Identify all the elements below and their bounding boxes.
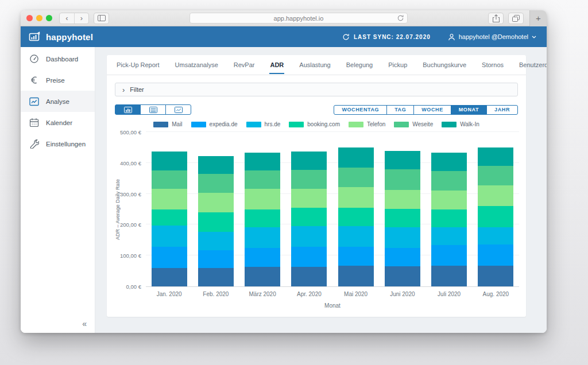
bar-segment-booking-com[interactable]	[338, 208, 374, 226]
bar-segment-weseite[interactable]	[245, 170, 280, 189]
bar-segment-mail[interactable]	[291, 267, 327, 286]
bar-segment-telefon[interactable]	[198, 193, 234, 212]
bar-segment-expedia-de[interactable]	[152, 247, 187, 267]
bar-segment-mail[interactable]	[431, 266, 467, 286]
filter-bar[interactable]: › Filter	[115, 83, 518, 96]
forward-button[interactable]: ›	[74, 13, 88, 24]
tab-buchungskurve[interactable]: Buchungskurve	[422, 56, 467, 74]
sidebar-item-einstellungen[interactable]: Einstellungen	[21, 133, 95, 154]
reload-icon[interactable]	[397, 14, 404, 22]
bar-segment-mail[interactable]	[245, 267, 280, 286]
sidebar-item-dashboard[interactable]: Dashboard	[21, 48, 95, 69]
sidebar-item-analyse[interactable]: Analyse	[21, 91, 95, 112]
sidebar-item-kalender[interactable]: Kalender	[21, 112, 95, 133]
stacked-bar-mai-2020[interactable]	[338, 147, 374, 286]
bar-segment-hrs-de[interactable]	[385, 227, 420, 248]
stacked-bar-aug-2020[interactable]	[478, 147, 513, 286]
bar-segment-weseite[interactable]	[291, 170, 327, 189]
range-button-tag[interactable]: TAG	[386, 105, 414, 115]
tab-auslastung[interactable]: Auslastung	[299, 56, 331, 74]
range-button-wochentag[interactable]: WOCHENTAG	[334, 105, 387, 115]
bar-segment-expedia-de[interactable]	[245, 248, 280, 267]
range-button-woche[interactable]: WOCHE	[413, 105, 451, 115]
bar-segment-booking-com[interactable]	[431, 209, 467, 227]
tab-revpar[interactable]: RevPar	[233, 56, 256, 74]
bar-segment-hrs-de[interactable]	[198, 232, 234, 250]
bar-segment-expedia-de[interactable]	[338, 247, 374, 265]
bar-segment-weseite[interactable]	[338, 168, 374, 187]
bar-segment-weseite[interactable]	[385, 169, 420, 190]
bar-segment-mail[interactable]	[478, 266, 513, 286]
stacked-bar-juni-2020[interactable]	[385, 151, 420, 286]
bar-segment-weseite[interactable]	[431, 171, 467, 191]
bar-segment-mail[interactable]	[338, 266, 374, 286]
sidebar-item-preise[interactable]: Preise	[21, 69, 95, 91]
chart-type-button-line-chart[interactable]	[165, 104, 191, 115]
bar-segment-walk-in[interactable]	[385, 151, 420, 169]
close-window-icon[interactable]	[26, 15, 33, 21]
bar-segment-expedia-de[interactable]	[198, 250, 234, 268]
minimize-window-icon[interactable]	[36, 15, 42, 21]
tab-pick-up-report[interactable]: Pick-Up Report	[116, 56, 160, 74]
bar-segment-walk-in[interactable]	[291, 152, 327, 170]
bar-segment-expedia-de[interactable]	[478, 244, 513, 266]
bar-segment-hrs-de[interactable]	[478, 227, 513, 244]
tab-umsatzanalyse[interactable]: Umsatzanalyse	[175, 56, 219, 74]
new-tab-button[interactable]: +	[529, 10, 547, 26]
bar-segment-hrs-de[interactable]	[245, 227, 280, 248]
bar-segment-mail[interactable]	[385, 266, 420, 286]
bar-segment-booking-com[interactable]	[198, 212, 234, 232]
bar-segment-walk-in[interactable]	[338, 147, 374, 168]
bar-segment-telefon[interactable]	[338, 187, 374, 208]
bar-segment-hrs-de[interactable]	[338, 226, 374, 247]
tab-stornos[interactable]: Stornos	[481, 56, 504, 74]
chart-type-button-bar-chart[interactable]	[115, 104, 141, 115]
bar-segment-walk-in[interactable]	[478, 147, 513, 166]
bar-segment-hrs-de[interactable]	[291, 226, 327, 247]
stacked-bar-juli-2020[interactable]	[431, 153, 467, 286]
account-menu[interactable]: happyhotel @Demohotel	[448, 33, 536, 41]
bar-segment-walk-in[interactable]	[431, 153, 467, 171]
tab-overview-icon[interactable]	[509, 13, 523, 24]
sidebar-toggle-icon[interactable]	[94, 13, 109, 24]
stacked-bar-jan-2020[interactable]	[152, 152, 187, 286]
bar-segment-expedia-de[interactable]	[431, 245, 467, 266]
bar-segment-booking-com[interactable]	[385, 209, 420, 227]
tab-benutzerdefiniert[interactable]: Benutzerdefiniert	[519, 56, 547, 74]
bar-segment-hrs-de[interactable]	[431, 227, 467, 245]
stacked-bar-feb-2020[interactable]	[198, 156, 234, 286]
bar-segment-booking-com[interactable]	[478, 206, 513, 227]
range-button-monat[interactable]: MONAT	[451, 105, 487, 115]
bar-segment-weseite[interactable]	[198, 174, 234, 193]
stacked-bar-m-rz-2020[interactable]	[245, 153, 280, 286]
bar-segment-booking-com[interactable]	[152, 209, 187, 226]
bar-segment-telefon[interactable]	[478, 185, 513, 206]
range-button-jahr[interactable]: JAHR	[486, 105, 518, 115]
share-icon[interactable]	[489, 13, 503, 24]
bar-segment-hrs-de[interactable]	[152, 226, 187, 247]
tab-pickup[interactable]: Pickup	[388, 56, 408, 74]
bar-segment-expedia-de[interactable]	[385, 248, 420, 266]
address-bar[interactable]: app.happyhotel.io	[189, 13, 408, 24]
stacked-bar-apr-2020[interactable]	[291, 152, 327, 286]
zoom-window-icon[interactable]	[46, 15, 52, 21]
bar-segment-mail[interactable]	[152, 268, 187, 286]
bar-segment-booking-com[interactable]	[291, 208, 327, 226]
tab-belegung[interactable]: Belegung	[346, 56, 374, 74]
bar-segment-telefon[interactable]	[431, 191, 467, 209]
tab-adr[interactable]: ADR	[269, 56, 284, 74]
bar-segment-telefon[interactable]	[291, 189, 327, 207]
back-button[interactable]: ‹	[60, 13, 74, 24]
bar-segment-weseite[interactable]	[478, 166, 513, 185]
chart-type-button-stacked-chart[interactable]	[140, 104, 166, 115]
bar-segment-booking-com[interactable]	[245, 209, 280, 227]
bar-segment-telefon[interactable]	[152, 189, 187, 209]
bar-segment-walk-in[interactable]	[198, 156, 234, 174]
bar-segment-mail[interactable]	[198, 268, 234, 286]
bar-segment-weseite[interactable]	[152, 170, 187, 189]
sidebar-collapse-button[interactable]: «	[21, 319, 95, 333]
bar-segment-expedia-de[interactable]	[291, 247, 327, 267]
bar-segment-telefon[interactable]	[245, 189, 280, 209]
bar-segment-telefon[interactable]	[385, 190, 420, 209]
bar-segment-walk-in[interactable]	[245, 153, 280, 170]
